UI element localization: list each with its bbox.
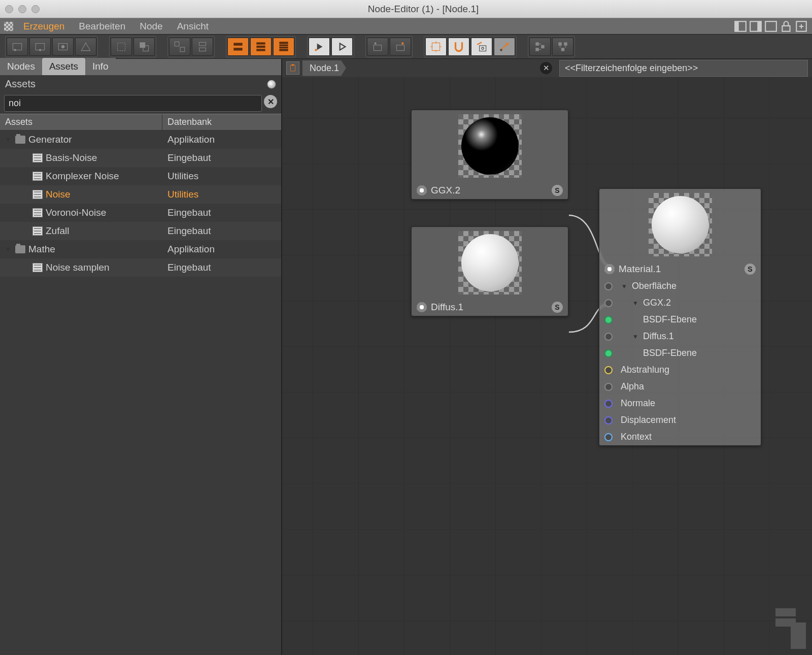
breadcrumb-close-icon[interactable]: ✕ — [540, 62, 552, 74]
tool-frame-3[interactable] — [52, 38, 74, 56]
port-icon[interactable] — [604, 383, 613, 391]
solo-badge[interactable]: S — [552, 185, 563, 196]
output-label: BSDF-Ebene — [643, 348, 756, 358]
output-row[interactable]: Displacement — [599, 412, 761, 429]
solo-badge[interactable]: S — [745, 264, 756, 275]
node-material[interactable]: Material.1 S ▼Oberfläche▼GGX.2BSDF-Ebene… — [599, 188, 761, 446]
breadcrumb-item[interactable]: Node.1 — [302, 60, 346, 76]
menu-ansicht[interactable]: Ansicht — [170, 21, 216, 32]
tool-frame-2[interactable] — [29, 38, 51, 56]
menu-bearbeiten[interactable]: Bearbeiten — [72, 21, 132, 32]
tree-row[interactable]: Noise samplenEingebaut — [0, 258, 281, 277]
chevron-down-icon[interactable]: ▼ — [632, 333, 639, 340]
svg-rect-30 — [374, 45, 381, 50]
tree-row[interactable]: NoiseUtilities — [0, 185, 281, 204]
port-icon[interactable] — [604, 416, 613, 424]
clipboard-icon[interactable] — [286, 61, 299, 75]
output-row[interactable]: Alpha — [599, 378, 761, 395]
tree-row[interactable]: ▼MatheApplikation — [0, 240, 281, 258]
node-preview-sphere — [458, 231, 522, 294]
search-input[interactable] — [4, 95, 262, 112]
tool-align-bot[interactable] — [273, 38, 294, 56]
menu-node[interactable]: Node — [132, 21, 170, 32]
window-zoom-icon[interactable] — [31, 5, 40, 13]
window-close-icon[interactable] — [5, 5, 13, 13]
tool-frame-1[interactable] — [7, 38, 28, 56]
tool-play-marker[interactable] — [309, 38, 330, 56]
port-icon[interactable] — [604, 400, 613, 408]
svg-rect-4 — [765, 21, 776, 31]
tool-snap-1[interactable] — [425, 38, 447, 56]
layout-right-icon[interactable] — [749, 20, 762, 33]
port-icon[interactable] — [604, 366, 613, 374]
tool-group-a1[interactable] — [111, 38, 132, 56]
node-canvas[interactable]: Node.1 ✕ <<Filterzeichenfolge eingeben>>… — [282, 59, 812, 655]
col-assets[interactable]: Assets — [0, 114, 162, 130]
tree-label: Noise samplen — [46, 262, 110, 273]
tree-db: Applikation — [162, 244, 281, 255]
solo-badge[interactable]: S — [552, 302, 563, 313]
tool-ungroup-2[interactable] — [192, 38, 213, 56]
tool-magnet[interactable] — [448, 38, 469, 56]
node-item-icon — [32, 190, 43, 199]
tab-info[interactable]: Info — [85, 58, 116, 75]
port-icon[interactable] — [604, 282, 613, 290]
port-icon[interactable] — [604, 333, 613, 341]
tool-group-a2[interactable] — [133, 38, 155, 56]
chevron-down-icon[interactable]: ▼ — [632, 300, 639, 307]
output-row[interactable]: BSDF-Ebene — [599, 311, 761, 328]
tool-arrow-cursor[interactable] — [494, 38, 515, 56]
svg-rect-44 — [291, 65, 295, 71]
port-icon[interactable] — [604, 316, 613, 324]
tool-port-show-2[interactable] — [390, 38, 411, 56]
node-ggx[interactable]: GGX.2 S — [411, 110, 568, 200]
output-row[interactable]: ▼Oberfläche — [599, 278, 761, 294]
port-icon[interactable] — [604, 349, 613, 357]
chevron-down-icon[interactable]: ▼ — [621, 283, 628, 290]
window-minimize-icon[interactable] — [18, 5, 26, 13]
tree-row[interactable]: Basis-NoiseEingebaut — [0, 149, 281, 167]
col-datenbank[interactable]: Datenbank — [162, 114, 281, 130]
output-row[interactable]: BSDF-Ebene — [599, 345, 761, 362]
search-clear-icon[interactable]: ✕ — [264, 95, 277, 108]
tree-row[interactable]: ▼GeneratorApplikation — [0, 130, 281, 149]
tab-assets[interactable]: Assets — [42, 58, 85, 75]
output-row[interactable]: Abstrahlung — [599, 362, 761, 378]
output-row[interactable]: Kontext — [599, 429, 761, 445]
output-row[interactable]: ▼GGX.2 — [599, 294, 761, 311]
lock-icon[interactable] — [780, 20, 793, 33]
output-row[interactable]: ▼Diffus.1 — [599, 328, 761, 345]
layout-left-icon[interactable] — [734, 20, 747, 33]
folder-icon — [15, 136, 25, 144]
assets-tree[interactable]: ▼GeneratorApplikation Basis-NoiseEingeba… — [0, 130, 281, 655]
navigator-minimap[interactable] — [755, 608, 806, 649]
tool-layout-2[interactable] — [552, 38, 573, 56]
tool-play[interactable] — [331, 38, 353, 56]
tool-triangle[interactable] — [75, 38, 96, 56]
tool-ungroup-1[interactable] — [169, 38, 190, 56]
tool-align-top[interactable] — [227, 38, 249, 56]
tool-align-mid[interactable] — [250, 38, 272, 56]
tool-eye-box[interactable] — [471, 38, 492, 56]
assets-title: Assets — [5, 78, 36, 90]
port-icon[interactable] — [604, 433, 613, 441]
layout-full-icon[interactable] — [764, 20, 777, 33]
filter-input[interactable]: <<Filterzeichenfolge eingeben>> — [559, 60, 808, 77]
output-label: Displacement — [621, 415, 756, 425]
node-diffus[interactable]: Diffus.1 S — [411, 226, 568, 316]
svg-rect-41 — [558, 42, 562, 46]
output-row[interactable]: Normale — [599, 395, 761, 412]
tree-row[interactable]: ZufallEingebaut — [0, 222, 281, 240]
tab-nodes[interactable]: Nodes — [0, 58, 42, 75]
add-panel-icon[interactable] — [795, 20, 808, 33]
node-preview-sphere — [649, 193, 712, 256]
tree-row[interactable]: Komplexer NoiseUtilities — [0, 167, 281, 185]
port-icon[interactable] — [604, 299, 613, 307]
tool-port-show-1[interactable] — [367, 38, 388, 56]
tool-layout-1[interactable] — [529, 38, 551, 56]
search-icon[interactable] — [267, 80, 276, 89]
tree-row[interactable]: Voronoi-NoiseEingebaut — [0, 204, 281, 222]
chevron-down-icon[interactable]: ▼ — [5, 246, 12, 253]
menu-erzeugen[interactable]: Erzeugen — [16, 21, 72, 32]
chevron-down-icon[interactable]: ▼ — [5, 136, 12, 143]
